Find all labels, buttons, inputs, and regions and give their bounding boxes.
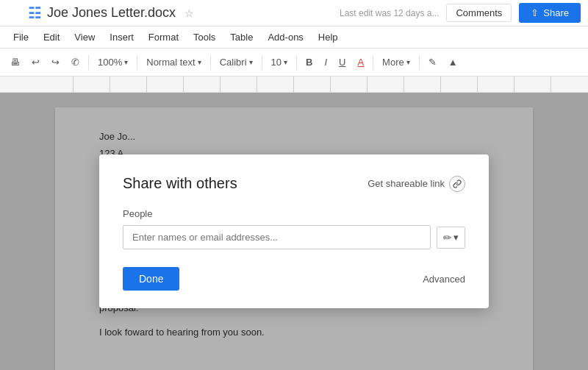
zoom-arrow-icon: ▾ (124, 58, 128, 66)
paint-format-button[interactable]: ✆ (67, 54, 84, 71)
modal-header: Share with others Get shareable link (123, 175, 465, 192)
menu-insert[interactable]: Insert (104, 29, 140, 45)
menu-addons[interactable]: Add-ons (262, 29, 309, 45)
print-button[interactable]: 🖶 (6, 54, 24, 71)
edit-permission-button[interactable]: ✏ ▾ (437, 227, 465, 249)
hamburger-icon[interactable] (7, 6, 22, 21)
share-modal: Share with others Get shareable link Peo… (99, 154, 489, 308)
link-icon (449, 176, 465, 192)
redo-button[interactable]: ↪ (47, 54, 64, 71)
get-shareable-link-button[interactable]: Get shareable link (368, 176, 465, 192)
menu-file[interactable]: File (7, 29, 35, 45)
more-arrow-icon: ▾ (406, 58, 410, 66)
modal-title: Share with others (123, 175, 237, 192)
menu-bar: File Edit View Insert Format Tools Table… (0, 26, 588, 49)
zoom-dropdown[interactable]: 100% ▾ (93, 54, 132, 70)
font-dropdown[interactable]: Calibri ▾ (215, 54, 257, 70)
separator-3 (210, 55, 211, 70)
doc-title[interactable]: Joe Jones Letter.docx (47, 5, 176, 21)
style-dropdown[interactable]: Normal text ▾ (142, 54, 205, 70)
more-label: More (382, 57, 404, 68)
last-edit-text: Last edit was 12 days a... (340, 8, 439, 18)
font-value: Calibri (220, 57, 247, 68)
fontsize-dropdown[interactable]: 10 ▾ (267, 54, 292, 70)
title-bar: ☷ Joe Jones Letter.docx ☆ Last edit was … (0, 0, 588, 26)
people-input-row: ✏ ▾ (123, 225, 465, 249)
comments-button[interactable]: Comments (446, 4, 512, 22)
advanced-button[interactable]: Advanced (423, 274, 465, 285)
modal-footer: Done Advanced (123, 267, 465, 291)
menu-view[interactable]: View (68, 29, 101, 45)
highlight-button[interactable]: ✎ (424, 54, 441, 71)
expand-button[interactable]: ▲ (444, 54, 462, 71)
style-arrow-icon: ▾ (198, 58, 201, 66)
menu-edit[interactable]: Edit (37, 29, 65, 45)
zoom-value: 100% (98, 57, 122, 68)
bold-button[interactable]: B (301, 54, 317, 71)
underline-button[interactable]: U (334, 54, 350, 71)
font-arrow-icon: ▾ (249, 58, 253, 66)
modal-overlay: Share with others Get shareable link Peo… (0, 93, 588, 370)
style-value: Normal text (146, 57, 195, 68)
menu-tools[interactable]: Tools (187, 29, 221, 45)
share-button[interactable]: ⇧ Share (519, 3, 581, 23)
separator-5 (296, 55, 297, 70)
star-icon[interactable]: ☆ (184, 7, 194, 19)
pencil-dropdown-arrow: ▾ (453, 232, 459, 243)
done-button[interactable]: Done (123, 267, 179, 291)
ruler (0, 77, 588, 93)
menu-help[interactable]: Help (312, 29, 344, 45)
shareable-link-label: Get shareable link (368, 178, 445, 189)
toolbar: 🖶 ↩ ↪ ✆ 100% ▾ Normal text ▾ Calibri ▾ 1… (0, 49, 588, 77)
separator-1 (88, 55, 89, 70)
italic-button[interactable]: I (320, 54, 331, 71)
menu-format[interactable]: Format (143, 29, 184, 45)
share-icon: ⇧ (531, 7, 539, 18)
fontsize-value: 10 (271, 57, 282, 68)
separator-2 (137, 55, 137, 70)
people-label: People (123, 208, 465, 219)
more-dropdown[interactable]: More ▾ (378, 54, 415, 70)
separator-6 (373, 55, 373, 70)
people-email-input[interactable] (123, 225, 431, 249)
document-area: Joe Jo... 123 A... Anyto... Octob... Mar… (0, 93, 588, 370)
ruler-content (37, 77, 551, 92)
google-docs-icon: ☷ (28, 4, 41, 22)
undo-button[interactable]: ↩ (27, 54, 44, 71)
separator-4 (262, 55, 262, 70)
pencil-icon: ✏ (443, 232, 452, 243)
share-label: Share (543, 7, 569, 18)
menu-table[interactable]: Table (224, 29, 259, 45)
fontsize-arrow-icon: ▾ (284, 58, 287, 66)
text-color-button[interactable]: A (353, 54, 368, 71)
separator-7 (419, 55, 420, 70)
